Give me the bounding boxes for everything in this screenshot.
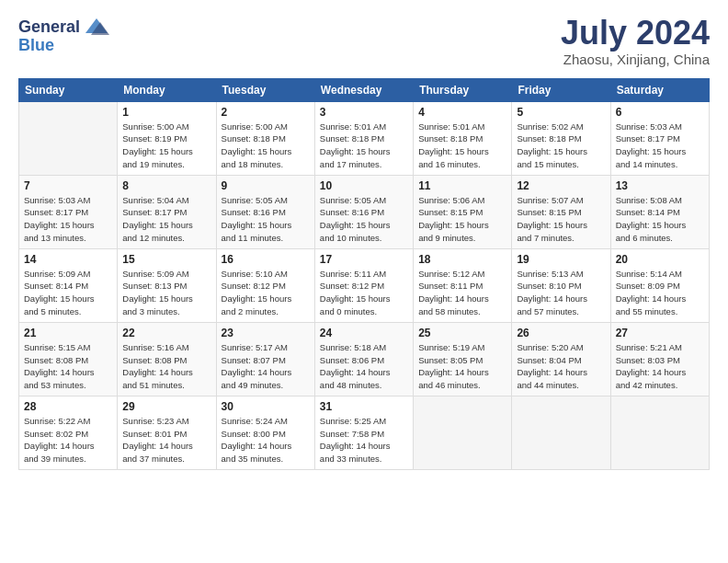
day-number: 17 [320,253,408,266]
day-info: Sunrise: 5:01 AM Sunset: 8:18 PM Dayligh… [418,121,506,171]
table-row [512,396,610,469]
day-info: Sunrise: 5:18 AM Sunset: 8:06 PM Dayligh… [320,341,408,392]
col-friday: Friday [512,78,610,101]
col-wednesday: Wednesday [314,78,413,101]
day-number: 19 [517,253,605,266]
table-row: 28Sunrise: 5:22 AM Sunset: 8:02 PM Dayli… [19,396,118,469]
logo: General Blue [18,15,109,55]
table-row: 10Sunrise: 5:05 AM Sunset: 8:16 PM Dayli… [314,175,413,248]
day-number: 23 [222,327,310,339]
day-info: Sunrise: 5:00 AM Sunset: 8:18 PM Dayligh… [222,121,310,171]
day-number: 5 [517,106,605,119]
day-number: 11 [418,179,506,192]
day-number: 1 [122,106,210,119]
day-number: 16 [222,253,310,266]
table-row [414,396,512,469]
day-number: 14 [24,253,112,266]
day-number: 27 [616,327,704,339]
table-row: 17Sunrise: 5:11 AM Sunset: 8:12 PM Dayli… [314,248,413,322]
day-info: Sunrise: 5:12 AM Sunset: 8:11 PM Dayligh… [418,268,506,318]
day-number: 21 [24,327,112,339]
day-info: Sunrise: 5:08 AM Sunset: 8:14 PM Dayligh… [616,194,704,245]
table-row: 25Sunrise: 5:19 AM Sunset: 8:05 PM Dayli… [414,322,512,396]
day-number: 22 [122,327,210,339]
day-number: 2 [222,106,310,119]
day-number: 4 [418,106,506,119]
table-row: 3Sunrise: 5:01 AM Sunset: 8:18 PM Daylig… [314,101,413,175]
table-row: 9Sunrise: 5:05 AM Sunset: 8:16 PM Daylig… [216,175,314,248]
day-info: Sunrise: 5:09 AM Sunset: 8:14 PM Dayligh… [24,268,112,318]
day-number: 13 [616,179,704,192]
day-info: Sunrise: 5:04 AM Sunset: 8:17 PM Dayligh… [122,194,210,245]
day-info: Sunrise: 5:22 AM Sunset: 8:02 PM Dayligh… [24,415,112,465]
day-number: 15 [122,253,210,266]
day-number: 8 [122,179,210,192]
calendar-header-row: Sunday Monday Tuesday Wednesday Thursday… [19,78,710,101]
day-info: Sunrise: 5:16 AM Sunset: 8:08 PM Dayligh… [122,341,210,392]
table-row: 8Sunrise: 5:04 AM Sunset: 8:17 PM Daylig… [118,175,216,248]
day-info: Sunrise: 5:25 AM Sunset: 7:58 PM Dayligh… [320,415,408,465]
logo-general: General [18,18,80,37]
table-row: 4Sunrise: 5:01 AM Sunset: 8:18 PM Daylig… [414,101,512,175]
day-number: 10 [320,179,408,192]
logo-blue: Blue [18,36,54,54]
col-sunday: Sunday [19,78,118,101]
logo-text: General Blue [18,15,109,55]
day-info: Sunrise: 5:07 AM Sunset: 8:15 PM Dayligh… [517,194,605,245]
table-row: 29Sunrise: 5:23 AM Sunset: 8:01 PM Dayli… [118,396,216,469]
day-info: Sunrise: 5:02 AM Sunset: 8:18 PM Dayligh… [517,121,605,171]
title-block: July 2024 Zhaosu, Xinjiang, China [561,15,710,67]
day-number: 18 [418,253,506,266]
table-row: 26Sunrise: 5:20 AM Sunset: 8:04 PM Dayli… [512,322,610,396]
table-row: 23Sunrise: 5:17 AM Sunset: 8:07 PM Dayli… [216,322,314,396]
day-info: Sunrise: 5:13 AM Sunset: 8:10 PM Dayligh… [517,268,605,318]
day-info: Sunrise: 5:00 AM Sunset: 8:19 PM Dayligh… [122,121,210,171]
day-info: Sunrise: 5:10 AM Sunset: 8:12 PM Dayligh… [222,268,310,318]
subtitle: Zhaosu, Xinjiang, China [561,52,710,67]
day-info: Sunrise: 5:03 AM Sunset: 8:17 PM Dayligh… [24,194,112,245]
table-row: 16Sunrise: 5:10 AM Sunset: 8:12 PM Dayli… [216,248,314,322]
table-row: 5Sunrise: 5:02 AM Sunset: 8:18 PM Daylig… [512,101,610,175]
day-number: 12 [517,179,605,192]
day-number: 28 [24,400,112,413]
col-thursday: Thursday [414,78,512,101]
col-tuesday: Tuesday [216,78,314,101]
page-container: General Blue July 2024 Zhaosu, Xinjiang,… [0,0,728,488]
table-row: 2Sunrise: 5:00 AM Sunset: 8:18 PM Daylig… [216,101,314,175]
day-info: Sunrise: 5:19 AM Sunset: 8:05 PM Dayligh… [418,341,506,392]
table-row: 15Sunrise: 5:09 AM Sunset: 8:13 PM Dayli… [118,248,216,322]
day-number: 7 [24,179,112,192]
col-saturday: Saturday [610,78,709,101]
calendar-week-row: 14Sunrise: 5:09 AM Sunset: 8:14 PM Dayli… [19,248,710,322]
day-info: Sunrise: 5:23 AM Sunset: 8:01 PM Dayligh… [122,415,210,465]
day-number: 31 [320,400,408,413]
table-row: 18Sunrise: 5:12 AM Sunset: 8:11 PM Dayli… [414,248,512,322]
day-number: 25 [418,327,506,339]
day-info: Sunrise: 5:11 AM Sunset: 8:12 PM Dayligh… [320,268,408,318]
day-number: 9 [222,179,310,192]
day-info: Sunrise: 5:14 AM Sunset: 8:09 PM Dayligh… [616,268,704,318]
table-row: 31Sunrise: 5:25 AM Sunset: 7:58 PM Dayli… [314,396,413,469]
calendar-week-row: 1Sunrise: 5:00 AM Sunset: 8:19 PM Daylig… [19,101,710,175]
calendar-week-row: 28Sunrise: 5:22 AM Sunset: 8:02 PM Dayli… [19,396,710,469]
table-row: 22Sunrise: 5:16 AM Sunset: 8:08 PM Dayli… [118,322,216,396]
table-row: 27Sunrise: 5:21 AM Sunset: 8:03 PM Dayli… [610,322,709,396]
day-info: Sunrise: 5:20 AM Sunset: 8:04 PM Dayligh… [517,341,605,392]
day-info: Sunrise: 5:01 AM Sunset: 8:18 PM Dayligh… [320,121,408,171]
table-row: 24Sunrise: 5:18 AM Sunset: 8:06 PM Dayli… [314,322,413,396]
table-row: 7Sunrise: 5:03 AM Sunset: 8:17 PM Daylig… [19,175,118,248]
day-info: Sunrise: 5:09 AM Sunset: 8:13 PM Dayligh… [122,268,210,318]
table-row: 1Sunrise: 5:00 AM Sunset: 8:19 PM Daylig… [118,101,216,175]
calendar-table: Sunday Monday Tuesday Wednesday Thursday… [18,78,710,470]
table-row: 30Sunrise: 5:24 AM Sunset: 8:00 PM Dayli… [216,396,314,469]
table-row: 20Sunrise: 5:14 AM Sunset: 8:09 PM Dayli… [610,248,709,322]
day-info: Sunrise: 5:03 AM Sunset: 8:17 PM Dayligh… [616,121,704,171]
table-row: 21Sunrise: 5:15 AM Sunset: 8:08 PM Dayli… [19,322,118,396]
table-row [19,101,118,175]
header: General Blue July 2024 Zhaosu, Xinjiang,… [18,15,710,67]
day-number: 30 [222,400,310,413]
logo-icon [84,15,109,40]
day-number: 20 [616,253,704,266]
day-info: Sunrise: 5:17 AM Sunset: 8:07 PM Dayligh… [222,341,310,392]
table-row: 12Sunrise: 5:07 AM Sunset: 8:15 PM Dayli… [512,175,610,248]
